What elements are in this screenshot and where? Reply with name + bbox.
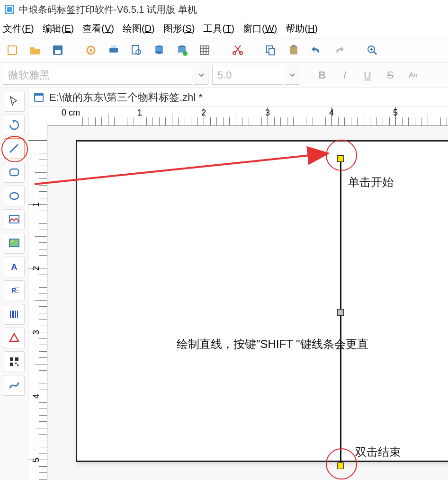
picture-tool-button[interactable] [4,233,25,254]
curve-tool-icon [8,379,21,392]
barcode-tool-button[interactable] [4,304,25,325]
svg-point-33 [11,240,13,242]
main-toolbar [0,38,448,62]
svg-rect-5 [55,50,61,54]
svg-rect-21 [269,48,275,55]
rotate-tool-button[interactable] [4,115,25,135]
print-button[interactable] [104,41,123,59]
font-family-dropdown-icon[interactable] [194,66,208,85]
ruler-v-label: 2 [31,266,41,271]
image-tool-button[interactable] [4,209,25,230]
cut-button[interactable] [228,41,247,59]
rounded-rect-tool-icon [8,166,21,179]
qrcode-tool-button[interactable] [4,351,25,372]
font-size-dropdown-icon[interactable] [285,66,299,85]
svg-line-25 [374,52,376,54]
svg-point-7 [90,49,92,52]
ruler-h-label: 2 [201,108,206,118]
menu-e[interactable]: 编辑(E) [43,22,74,35]
vertical-ruler: 12345 [28,126,47,480]
image-tool-icon [8,213,21,226]
qrcode-tool-icon [8,355,21,368]
database-add-button[interactable] [172,41,191,59]
redo-button[interactable] [330,41,349,59]
paste-button[interactable] [284,41,303,59]
font-size-placeholder: 5.0 [217,69,232,81]
svg-rect-2 [7,7,12,12]
database-add-icon [175,44,188,57]
zoom-in-icon [366,44,379,57]
font-family-combo[interactable]: 微软雅黑 [3,66,192,85]
menu-f[interactable]: 文件(F) [3,22,34,35]
text-tool-button[interactable]: A [4,257,25,277]
picture-tool-icon [8,237,21,250]
open-button[interactable] [26,41,45,59]
undo-button[interactable] [307,41,326,59]
curve-tool-button[interactable] [4,375,25,396]
save-button[interactable] [48,41,67,59]
menu-t[interactable]: 工具(T) [203,22,234,35]
settings-gear-button[interactable] [81,41,100,59]
label-sheet[interactable]: 单击开始 绘制直线，按键"SHIFT "键线条会更直 双击结束 [76,140,448,462]
svg-rect-45 [15,357,18,361]
annotation-shift-text: 绘制直线，按键"SHIFT "键线条会更直 [177,337,368,352]
database-icon [152,44,166,57]
ruler-v-label: 5 [31,458,41,462]
save-icon [51,44,64,57]
line-start-handle[interactable] [337,155,344,162]
bold-button[interactable]: B [313,66,332,85]
svg-point-18 [233,52,236,54]
line-tool-icon [8,142,21,155]
svg-rect-3 [8,46,17,54]
cut-icon [231,44,244,57]
font-size-combo[interactable]: 5.0 [212,66,283,85]
ruler-h-label: 5 [393,108,398,118]
menu-v[interactable]: 查看(V) [82,22,114,35]
svg-point-17 [183,51,188,56]
rounded-rect-tool-button[interactable] [4,162,25,183]
svg-point-19 [240,52,242,54]
svg-text:A: A [11,262,17,272]
svg-line-28 [10,144,18,152]
superscript-button[interactable]: Ab [403,66,422,85]
copy-button[interactable] [261,41,280,59]
grid-button[interactable] [195,41,214,59]
italic-button[interactable]: I [335,66,354,85]
svg-rect-50 [35,93,43,96]
triangle-tool-icon [8,331,21,345]
menu-w[interactable]: 窗口(W) [243,22,277,35]
rulers: 0 cm12345 12345 [28,107,448,480]
svg-rect-48 [17,364,18,366]
svg-rect-44 [10,357,13,361]
richtext-tool-icon: R [8,284,21,297]
side-toolbar: AR [0,88,28,480]
ruler-h-label: 4 [329,108,334,118]
horizontal-ruler: 0 cm12345 [47,107,448,126]
zoom-in-button[interactable] [363,41,382,59]
workspace: AR E:\做的东东\第三个物料标签.zhl * 0 cm12345 12345 [0,88,448,480]
design-canvas[interactable]: 单击开始 绘制直线，按键"SHIFT "键线条会更直 双击结束 [47,126,448,480]
triangle-tool-button[interactable] [4,328,25,348]
annotation-arrow-icon [35,137,347,194]
new-icon [6,44,19,57]
richtext-tool-button[interactable]: R [4,280,25,301]
menu-h[interactable]: 帮助(H) [286,22,318,35]
database-button[interactable] [150,41,169,59]
line-end-handle[interactable] [337,462,344,469]
document-tab[interactable]: E:\做的东东\第三个物料标签.zhl * [28,88,448,107]
print-preview-button[interactable] [127,41,146,59]
menu-d[interactable]: 绘图(D) [123,22,155,35]
strike-button[interactable]: S [381,66,400,85]
settings-gear-icon [84,44,98,57]
barcode-tool-icon [8,308,21,321]
ellipse-tool-button[interactable] [4,186,25,206]
format-toolbar: 微软雅黑 5.0 B I U S Ab [0,62,448,88]
select-tool-button[interactable] [4,91,25,112]
menu-s[interactable]: 图形(S) [163,22,195,35]
line-tool-button[interactable] [4,138,25,159]
paste-icon [287,44,300,57]
titlebar: 中琅条码标签打印软件-V6.5.1 试用版 单机 [0,0,448,19]
new-button[interactable] [3,41,22,59]
underline-button[interactable]: U [358,66,377,85]
line-mid-handle[interactable] [337,309,344,316]
